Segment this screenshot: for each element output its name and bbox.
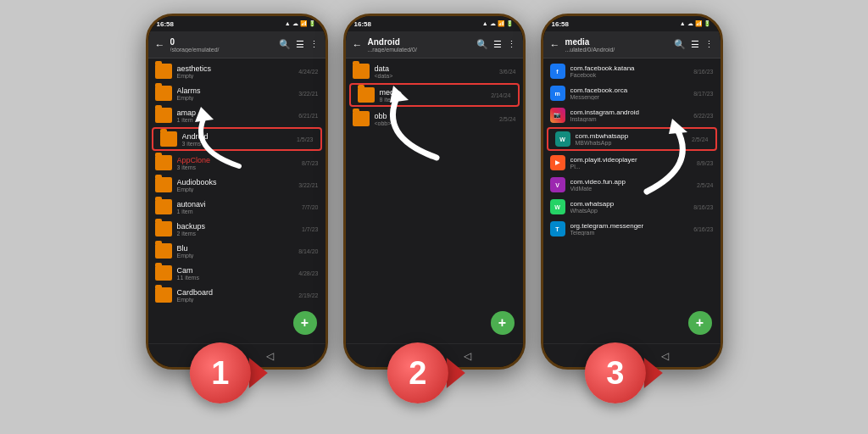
step-badge-1: 1 bbox=[190, 342, 268, 403]
list-item[interactable]: AudiobooksEmpty 3/22/21 bbox=[148, 174, 326, 196]
list-item-mbwhatsapp[interactable]: W com.mbwhatsappMBWhatsApp 2/5/24 bbox=[547, 127, 717, 151]
folder-icon bbox=[353, 111, 370, 126]
list-item-data[interactable]: data<data> 3/6/24 bbox=[346, 60, 523, 82]
toolbar-path-1: /storage/emulated/ bbox=[170, 47, 274, 53]
phone-2: 16:58 ▲ ☁ 📶 🔋 ← Android ...rage/emulated… bbox=[343, 14, 526, 420]
list-item[interactable]: AppClone3 items 8/7/23 bbox=[148, 152, 326, 174]
file-list-1: aestheticsEmpty 4/24/22 AlarmsEmpty 3/22… bbox=[148, 58, 326, 343]
step-number-3: 3 bbox=[606, 355, 624, 392]
list-item[interactable]: autonavi1 item 7/7/20 bbox=[148, 196, 326, 218]
folder-icon bbox=[155, 221, 172, 236]
toolbar-path-3: ...ulated/0/Android/ bbox=[565, 47, 669, 53]
file-list-3: f com.facebook.katanaFacebook 8/16/23 m … bbox=[543, 58, 721, 343]
list-icon-3[interactable]: ☰ bbox=[691, 39, 699, 50]
phone-screen-3: 16:58 ▲ ☁ 📶 🔋 ← media ...ulated/0/Androi… bbox=[541, 14, 723, 370]
folder-icon bbox=[155, 243, 172, 259]
app-icon: V bbox=[550, 177, 565, 192]
more-icon-2[interactable]: ⋮ bbox=[507, 39, 516, 50]
more-icon-1[interactable]: ⋮ bbox=[309, 39, 319, 50]
back-icon-1[interactable]: ← bbox=[155, 39, 165, 51]
back-icon-3[interactable]: ← bbox=[550, 39, 560, 51]
app-icon: m bbox=[550, 86, 565, 101]
list-item[interactable]: Cam11 items 4/28/23 bbox=[148, 262, 326, 284]
list-item[interactable]: T org.telegram.messengerTelegram 6/16/23 bbox=[543, 218, 721, 240]
search-icon-3[interactable]: 🔍 bbox=[674, 39, 686, 50]
back-icon-2[interactable]: ← bbox=[353, 39, 363, 51]
folder-icon bbox=[155, 64, 172, 79]
list-item[interactable]: 📷 com.instagram.androidInstagram 6/22/23 bbox=[543, 104, 721, 126]
toolbar-title-3: media bbox=[565, 37, 669, 47]
app-icon: ▶ bbox=[550, 155, 565, 170]
fab-button-3[interactable]: + bbox=[688, 311, 712, 335]
folder-icon bbox=[155, 155, 172, 170]
more-icon-3[interactable]: ⋮ bbox=[704, 39, 714, 50]
status-bar-1: 16:58 ▲ ☁ 📶 🔋 bbox=[148, 16, 326, 31]
list-item-media[interactable]: media8 items 2/14/24 bbox=[349, 83, 520, 107]
folder-icon bbox=[155, 108, 172, 123]
folder-icon bbox=[155, 265, 172, 281]
status-bar-2: 16:58 ▲ ☁ 📶 🔋 bbox=[346, 16, 523, 31]
folder-icon bbox=[358, 87, 375, 103]
folder-icon bbox=[155, 86, 172, 101]
folder-icon bbox=[155, 287, 172, 303]
list-item[interactable]: ▶ com.playit.videoplayerPl... 8/9/23 bbox=[543, 152, 721, 174]
app-icon: 📷 bbox=[550, 108, 565, 123]
fab-button-1[interactable]: + bbox=[293, 311, 317, 335]
list-item[interactable]: CardboardEmpty 2/19/22 bbox=[148, 284, 326, 306]
app-icon: W bbox=[550, 199, 565, 214]
folder-icon bbox=[155, 177, 172, 192]
fab-button-2[interactable]: + bbox=[491, 311, 515, 335]
toolbar-path-2: ...rage/emulated/0/ bbox=[368, 47, 471, 53]
app-icon: T bbox=[550, 221, 565, 236]
toolbar-2: ← Android ...rage/emulated/0/ 🔍 ☰ ⋮ bbox=[346, 31, 523, 58]
list-item[interactable]: W com.whatsappWhatsApp 8/16/23 bbox=[543, 196, 721, 218]
step-number-1: 1 bbox=[211, 355, 229, 392]
list-item[interactable]: m com.facebook.orcaMessenger 8/17/23 bbox=[543, 82, 721, 104]
file-list-2: data<data> 3/6/24 media8 items 2/14/24 o… bbox=[346, 58, 523, 343]
phone-3: 16:58 ▲ ☁ 📶 🔋 ← media ...ulated/0/Androi… bbox=[541, 14, 723, 420]
app-icon: W bbox=[555, 131, 570, 147]
toolbar-title-1: 0 bbox=[170, 37, 274, 47]
toolbar-1: ← 0 /storage/emulated/ 🔍 ☰ ⋮ bbox=[148, 31, 326, 58]
toolbar-3: ← media ...ulated/0/Android/ 🔍 ☰ ⋮ bbox=[543, 31, 721, 58]
search-icon-1[interactable]: 🔍 bbox=[279, 39, 291, 50]
phone-screen-2: 16:58 ▲ ☁ 📶 🔋 ← Android ...rage/emulated… bbox=[343, 14, 526, 370]
status-bar-3: 16:58 ▲ ☁ 📶 🔋 bbox=[543, 16, 721, 31]
search-icon-2[interactable]: 🔍 bbox=[476, 39, 488, 50]
list-item-obb[interactable]: obb<obb> 2/5/24 bbox=[346, 108, 523, 130]
list-icon-1[interactable]: ☰ bbox=[296, 39, 304, 50]
phone-screen-1: 16:58 ▲ ☁ 📶 🔋 ← 0 /storage/emulated/ 🔍 ☰… bbox=[146, 14, 328, 370]
folder-icon bbox=[160, 131, 177, 147]
list-icon-2[interactable]: ☰ bbox=[493, 39, 502, 50]
list-item[interactable]: aestheticsEmpty 4/24/22 bbox=[148, 60, 326, 82]
phone-1: 16:58 ▲ ☁ 📶 🔋 ← 0 /storage/emulated/ 🔍 ☰… bbox=[146, 14, 328, 420]
step-badge-3: 3 bbox=[585, 342, 663, 403]
list-item[interactable]: BluEmpty 8/14/20 bbox=[148, 240, 326, 262]
folder-icon bbox=[353, 64, 370, 79]
list-item[interactable]: AlarmsEmpty 3/22/21 bbox=[148, 82, 326, 104]
step-badge-2: 2 bbox=[387, 342, 465, 403]
list-item[interactable]: f com.facebook.katanaFacebook 8/16/23 bbox=[543, 60, 721, 82]
folder-icon bbox=[155, 199, 172, 214]
list-item[interactable]: V com.video.fun.appVidMate 2/5/24 bbox=[543, 174, 721, 196]
step-number-2: 2 bbox=[409, 355, 426, 392]
toolbar-title-2: Android bbox=[368, 37, 471, 47]
list-item[interactable]: backups2 items 1/7/23 bbox=[148, 218, 326, 240]
app-icon: f bbox=[550, 64, 565, 79]
list-item[interactable]: amap1 item 6/21/21 bbox=[148, 104, 326, 126]
list-item-android[interactable]: Android3 items 1/5/23 bbox=[152, 127, 322, 151]
